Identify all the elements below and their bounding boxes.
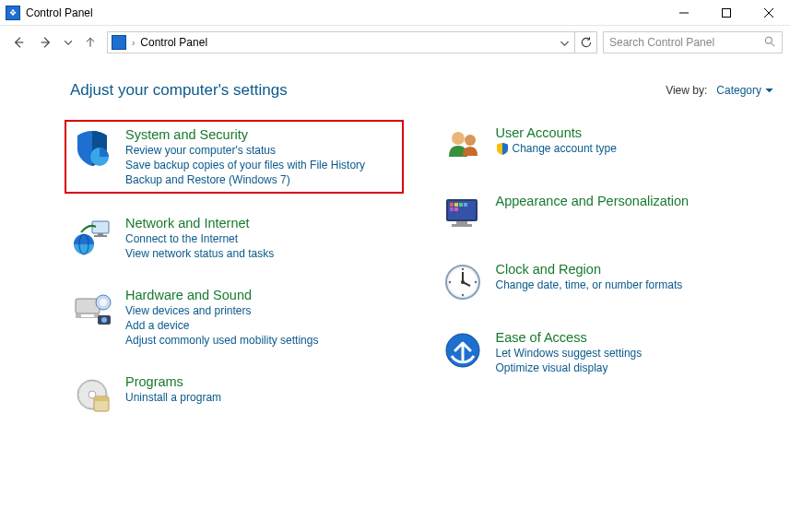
- category-sublink[interactable]: Uninstall a program: [125, 391, 221, 404]
- back-button[interactable]: [7, 31, 29, 53]
- svg-rect-1: [723, 8, 731, 17]
- category-sublink[interactable]: Change date, time, or number formats: [496, 278, 683, 291]
- category-body: Appearance and Personalization: [496, 194, 690, 234]
- category-sublink[interactable]: Change account type: [496, 142, 617, 155]
- category-sublink[interactable]: Let Windows suggest settings: [496, 347, 643, 360]
- category-sublink-text[interactable]: Backup and Restore (Windows 7): [125, 173, 290, 186]
- category-sublink-text[interactable]: View network status and tasks: [125, 247, 274, 260]
- category-sublink-text[interactable]: Adjust commonly used mobility settings: [125, 334, 318, 347]
- view-by-label: View by:: [666, 84, 707, 97]
- category-sublink-text[interactable]: Add a device: [125, 319, 189, 332]
- content-header: Adjust your computer's settings View by:…: [70, 81, 773, 100]
- category-title-link[interactable]: Programs: [125, 374, 221, 389]
- search-box[interactable]: [603, 31, 783, 53]
- close-button[interactable]: [748, 0, 790, 26]
- minimize-button[interactable]: [663, 0, 705, 26]
- category-hardware-and-sound: Hardware and SoundView devices and print…: [70, 282, 404, 352]
- category-body: ProgramsUninstall a program: [125, 374, 221, 415]
- category-body: System and SecurityReview your computer'…: [125, 127, 365, 186]
- category-clock-and-region: Clock and RegionChange date, time, or nu…: [441, 256, 774, 308]
- category-sublink-text[interactable]: Change account type: [513, 142, 617, 155]
- category-body: Ease of AccessLet Windows suggest settin…: [496, 330, 643, 374]
- title-bar: ❖ Control Panel: [0, 0, 790, 26]
- hardware-icon: [72, 288, 112, 328]
- category-ease-of-access: Ease of AccessLet Windows suggest settin…: [441, 325, 774, 380]
- window-title: Control Panel: [26, 6, 663, 19]
- control-panel-icon: [112, 35, 126, 50]
- category-sublink-text[interactable]: Connect to the Internet: [125, 232, 238, 245]
- history-dropdown[interactable]: [63, 41, 74, 45]
- left-column: System and SecurityReview your computer'…: [70, 120, 404, 437]
- category-sublink-text[interactable]: Change date, time, or number formats: [496, 278, 683, 291]
- category-sublink[interactable]: Add a device: [125, 319, 318, 332]
- category-sublink-text[interactable]: Let Windows suggest settings: [496, 347, 643, 360]
- category-sublink[interactable]: View network status and tasks: [125, 247, 274, 260]
- category-appearance-and-personalization: Appearance and Personalization: [441, 188, 774, 240]
- uac-shield-icon: [496, 142, 509, 155]
- category-body: Network and InternetConnect to the Inter…: [125, 216, 274, 260]
- category-title-link[interactable]: User Accounts: [496, 125, 617, 140]
- category-sublink[interactable]: Connect to the Internet: [125, 232, 274, 245]
- category-programs: ProgramsUninstall a program: [70, 369, 404, 420]
- chevron-right-icon: ›: [132, 38, 135, 48]
- maximize-button[interactable]: [705, 0, 748, 26]
- category-network-and-internet: Network and InternetConnect to the Inter…: [70, 210, 404, 266]
- svg-point-6: [765, 37, 772, 43]
- page-title: Adjust your computer's settings: [70, 81, 666, 100]
- address-dropdown[interactable]: [558, 36, 571, 49]
- category-title-link[interactable]: Ease of Access: [496, 330, 643, 345]
- category-sublink-text[interactable]: Optimize visual display: [496, 361, 608, 374]
- refresh-button[interactable]: [575, 31, 597, 53]
- category-sublink[interactable]: Save backup copies of your files with Fi…: [125, 159, 365, 171]
- window-controls: [663, 0, 790, 26]
- view-by-dropdown[interactable]: Category: [716, 84, 773, 97]
- content-area: Adjust your computer's settings View by:…: [0, 59, 790, 446]
- category-sublink-text[interactable]: Save backup copies of your files with Fi…: [125, 159, 365, 171]
- ease-icon: [442, 330, 483, 371]
- address-bar[interactable]: › Control Panel: [107, 31, 575, 53]
- search-icon: [763, 35, 776, 51]
- category-body: Hardware and SoundView devices and print…: [125, 288, 318, 347]
- network-icon: [72, 216, 112, 256]
- breadcrumb[interactable]: Control Panel: [140, 36, 207, 49]
- category-sublink[interactable]: Optimize visual display: [496, 361, 643, 374]
- shield-icon: [72, 127, 112, 168]
- category-sublink[interactable]: Review your computer's status: [125, 144, 365, 157]
- up-button[interactable]: [79, 31, 101, 53]
- nav-bar: › Control Panel: [0, 26, 790, 59]
- category-sublink-text[interactable]: Uninstall a program: [125, 391, 221, 404]
- search-input[interactable]: [609, 36, 763, 49]
- programs-icon: [72, 374, 112, 415]
- category-system-and-security: System and SecurityReview your computer'…: [65, 120, 404, 194]
- category-title-link[interactable]: Appearance and Personalization: [496, 194, 690, 208]
- svg-line-7: [772, 42, 775, 46]
- category-sublink-text[interactable]: Review your computer's status: [125, 144, 276, 157]
- clock-icon: [442, 262, 483, 302]
- right-column: User AccountsChange account typeAppearan…: [441, 120, 774, 437]
- category-title-link[interactable]: System and Security: [125, 127, 365, 142]
- category-sublink-text[interactable]: View devices and printers: [125, 304, 252, 317]
- users-icon: [442, 125, 483, 166]
- category-sublink[interactable]: Backup and Restore (Windows 7): [125, 173, 365, 186]
- category-body: User AccountsChange account type: [496, 125, 617, 166]
- app-icon: ❖: [6, 6, 20, 20]
- category-body: Clock and RegionChange date, time, or nu…: [496, 262, 683, 302]
- category-sublink[interactable]: View devices and printers: [125, 304, 318, 317]
- category-title-link[interactable]: Network and Internet: [125, 216, 274, 231]
- category-title-link[interactable]: Clock and Region: [496, 262, 683, 277]
- category-user-accounts: User AccountsChange account type: [441, 120, 774, 171]
- view-by-control: View by: Category: [666, 84, 773, 97]
- appearance-icon: [442, 194, 483, 234]
- forward-button[interactable]: [35, 31, 57, 53]
- category-title-link[interactable]: Hardware and Sound: [125, 288, 318, 302]
- category-sublink[interactable]: Adjust commonly used mobility settings: [125, 334, 318, 347]
